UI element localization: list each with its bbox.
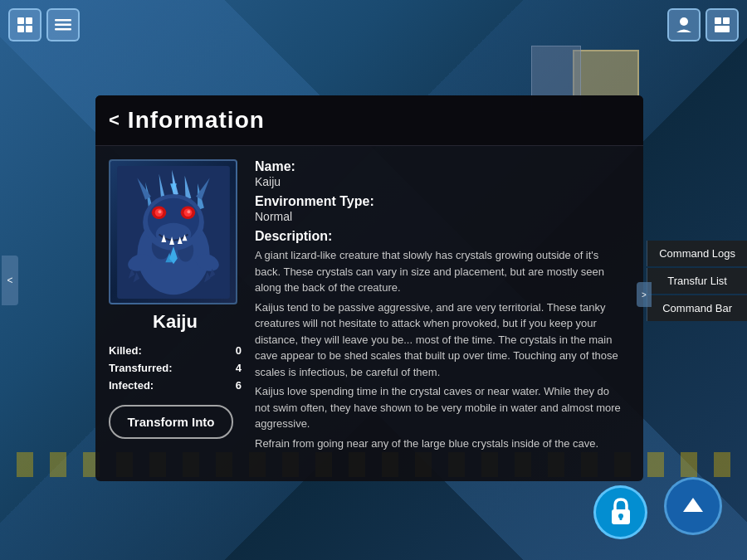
description-paragraph: Kaijus tend to be passive aggressive, an… [255,299,623,381]
name-field: Name: Kaiju [255,159,623,189]
svg-marker-44 [683,498,703,512]
menu-button[interactable] [46,8,80,41]
transfurred-value: 4 [236,362,242,374]
scroll-up-button[interactable] [664,477,722,535]
info-body: Kaiju Killed: 0 Transfurred: 4 Infected:… [95,146,643,465]
name-label: Name: [255,159,295,173]
svg-rect-10 [715,26,730,32]
creature-image [109,159,237,304]
svg-rect-2 [17,26,24,32]
infected-label: Infected: [109,379,154,392]
command-bar-button[interactable]: Command Bar [647,295,747,321]
svg-point-7 [680,17,688,26]
description-label: Description: [255,229,332,243]
svg-rect-6 [55,28,71,31]
info-header: < Information [95,95,643,146]
svg-rect-5 [55,24,71,27]
panel-title: Information [128,107,265,134]
description-paragraphs: A giant lizard-like creature that slowly… [255,247,623,451]
svg-point-27 [158,210,161,213]
top-right-controls [667,8,739,41]
stat-killed: Killed: 0 [109,344,242,357]
top-left-controls [8,8,80,41]
environment-label: Environment Type: [255,194,374,208]
svg-rect-9 [723,17,730,24]
creature-name-display: Kaiju [109,311,242,333]
transfur-list-button[interactable]: Transfur List [647,268,747,294]
svg-rect-0 [17,17,24,24]
left-panel-arrow[interactable]: < [2,256,18,305]
settings-button[interactable] [706,8,739,41]
description-field: Description: A giant lizard-like creatur… [255,229,623,451]
stat-transfurred: Transfurred: 4 [109,362,242,374]
transform-into-button[interactable]: Transform Into [109,405,233,439]
info-panel: < Information [95,95,643,481]
svg-rect-1 [26,17,32,24]
svg-rect-47 [619,516,622,520]
name-value: Kaiju [255,175,281,188]
command-logs-button[interactable]: Command Logs [647,241,747,266]
description-paragraph: Kaijus love spending time in the crystal… [255,383,623,432]
environment-value: Normal [255,210,292,223]
killed-value: 0 [236,344,242,357]
left-column: Kaiju Killed: 0 Transfurred: 4 Infected:… [109,159,242,456]
description-paragraph: Refrain from going near any of the large… [255,436,623,452]
environment-field: Environment Type: Normal [255,194,623,224]
lock-button[interactable] [593,485,647,539]
description-paragraph: A giant lizard-like creature that slowly… [255,247,623,296]
back-arrow[interactable]: < [109,110,120,131]
svg-rect-4 [55,19,71,22]
infected-value: 6 [236,379,242,392]
stat-infected: Infected: 6 [109,379,242,392]
svg-point-28 [187,210,190,213]
killed-label: Killed: [109,344,142,357]
transfurred-label: Transfurred: [109,362,173,374]
svg-rect-3 [26,26,32,32]
grid-button[interactable] [8,8,42,41]
svg-rect-8 [715,17,721,24]
right-column: Name: Kaiju Environment Type: Normal Des… [255,159,627,456]
avatar-button[interactable] [667,8,701,41]
right-side-panel: Command Logs Transfur List Command Bar [647,241,747,321]
right-panel-arrow[interactable]: > [637,282,652,307]
